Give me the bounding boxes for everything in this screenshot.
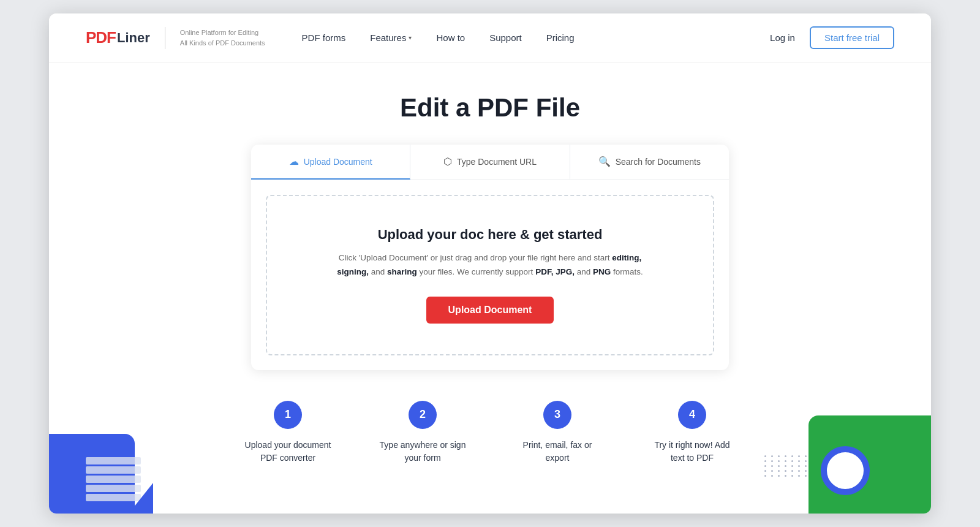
upload-document-button[interactable]: Upload Document <box>426 297 554 324</box>
step-3: 3 Print, email, fax or export <box>490 401 625 464</box>
browser-window: PDF Liner Online Platform for Editing Al… <box>49 13 931 514</box>
nav-features[interactable]: Features ▾ <box>370 32 412 43</box>
nav-how-to[interactable]: How to <box>436 32 465 43</box>
url-icon: ⬡ <box>443 156 452 167</box>
paper-sheet <box>86 485 141 492</box>
nav-pdf-forms[interactable]: PDF forms <box>302 32 346 43</box>
logo[interactable]: PDF Liner <box>86 28 150 47</box>
steps-section: 1 Upload your document PDF converter 2 T… <box>61 370 919 477</box>
step-4: 4 Try it right now! Add text to PDF <box>625 401 760 464</box>
logo-area: PDF Liner Online Platform for Editing Al… <box>86 27 265 49</box>
login-button[interactable]: Log in <box>770 32 795 43</box>
header: PDF Liner Online Platform for Editing Al… <box>49 13 931 63</box>
main-content: Edit a PDF File ☁ Upload Document ⬡ Type… <box>49 63 931 514</box>
start-trial-button[interactable]: Start free trial <box>810 26 894 49</box>
step-1-label: Upload your document PDF converter <box>245 439 331 464</box>
step-3-circle: 3 <box>543 401 571 429</box>
tab-type-url[interactable]: ⬡ Type Document URL <box>410 145 570 180</box>
upload-card: ☁ Upload Document ⬡ Type Document URL 🔍 … <box>251 145 729 370</box>
page-title: Edit a PDF File <box>400 93 580 123</box>
search-icon: 🔍 <box>598 156 611 167</box>
step-2: 2 Type anywhere or sign your form <box>355 401 490 464</box>
dropzone-title: Upload your doc here & get started <box>378 227 603 243</box>
nav-pricing[interactable]: Pricing <box>546 32 575 43</box>
step-2-label: Type anywhere or sign your form <box>380 439 466 464</box>
logo-liner: Liner <box>117 30 150 46</box>
upload-tabs: ☁ Upload Document ⬡ Type Document URL 🔍 … <box>251 145 729 180</box>
paper-sheet <box>86 494 141 501</box>
step-3-label: Print, email, fax or export <box>523 439 592 464</box>
step-1: 1 Upload your document PDF converter <box>221 401 355 464</box>
chevron-down-icon: ▾ <box>409 34 412 41</box>
upload-dropzone[interactable]: Upload your doc here & get started Click… <box>266 195 714 355</box>
step-2-circle: 2 <box>409 401 437 429</box>
blue-triangle <box>129 483 153 514</box>
main-nav: PDF forms Features ▾ How to Support Pric… <box>302 32 771 43</box>
nav-support[interactable]: Support <box>489 32 522 43</box>
step-4-label: Try it right now! Add text to PDF <box>654 439 729 464</box>
nav-actions: Log in Start free trial <box>770 26 894 49</box>
step-4-circle: 4 <box>678 401 706 429</box>
tab-search-documents[interactable]: 🔍 Search for Documents <box>570 145 729 180</box>
logo-tagline: Online Platform for Editing All Kinds of… <box>180 28 265 48</box>
logo-pdf: PDF <box>86 28 116 47</box>
upload-icon: ☁ <box>289 156 299 167</box>
tab-upload-document[interactable]: ☁ Upload Document <box>251 145 410 180</box>
logo-divider <box>165 27 165 49</box>
step-1-circle: 1 <box>274 401 302 429</box>
dropzone-description: Click 'Upload Document' or just drag and… <box>331 251 649 279</box>
